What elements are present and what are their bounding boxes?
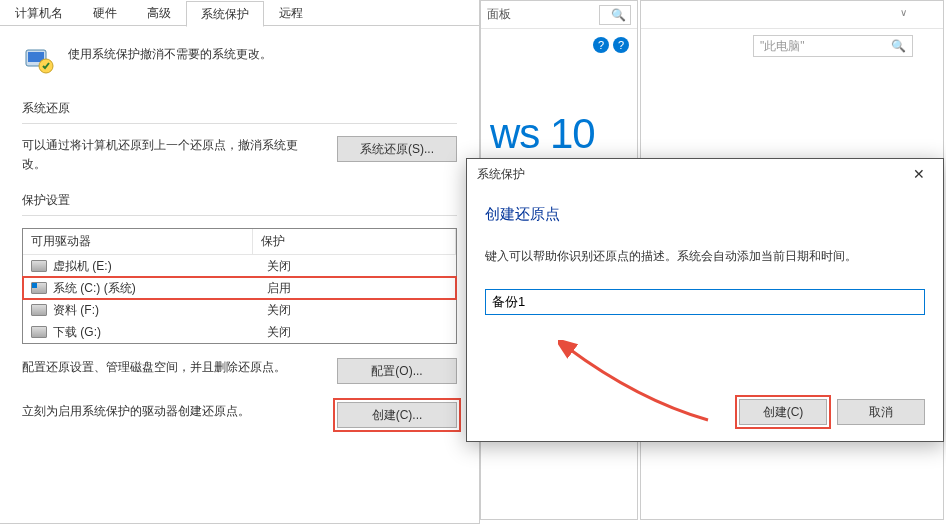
system-restore-button[interactable]: 系统还原(S)... — [337, 136, 457, 162]
tab-strip: 计算机名 硬件 高级 系统保护 远程 — [0, 0, 479, 26]
system-restore-section: 系统还原 可以通过将计算机还原到上一个还原点，撤消系统更改。 系统还原(S)..… — [22, 100, 457, 174]
drive-status: 启用 — [267, 280, 291, 297]
title-fragment: 面板 — [487, 6, 511, 23]
protection-settings-section: 保护设置 可用驱动器 保护 虚拟机 (E:) 关闭 系统 (C:) (系统) 启… — [22, 192, 457, 428]
dialog-title: 系统保护 — [477, 166, 525, 183]
create-restore-point-button[interactable]: 创建(C)... — [337, 402, 457, 428]
system-protection-icon — [22, 44, 54, 76]
create-button[interactable]: 创建(C) — [739, 399, 827, 425]
search-icon: 🔍 — [611, 8, 626, 22]
section-title: 系统还原 — [22, 100, 457, 117]
drive-row[interactable]: 下载 (G:) 关闭 — [23, 321, 456, 343]
drive-status: 关闭 — [267, 258, 291, 275]
windows-10-logo-fragment: ws 10 — [490, 110, 595, 158]
drive-row[interactable]: 系统 (C:) (系统) 启用 — [23, 277, 456, 299]
dialog-description: 键入可以帮助你识别还原点的描述。系统会自动添加当前日期和时间。 — [485, 248, 925, 265]
tab-computer-name[interactable]: 计算机名 — [0, 0, 78, 26]
close-button[interactable]: ✕ — [905, 164, 933, 184]
drive-icon — [31, 326, 47, 338]
help-icons: ? ? — [593, 37, 629, 53]
system-properties-dialog: 计算机名 硬件 高级 系统保护 远程 使用系统保护撤消不需要的系统更改。 系统还… — [0, 0, 480, 524]
restore-description: 可以通过将计算机还原到上一个还原点，撤消系统更改。 — [22, 136, 317, 174]
intro-text: 使用系统保护撤消不需要的系统更改。 — [68, 44, 272, 63]
create-restore-point-dialog: 系统保护 ✕ 创建还原点 键入可以帮助你识别还原点的描述。系统会自动添加当前日期… — [466, 158, 944, 442]
drive-row[interactable]: 虚拟机 (E:) 关闭 — [23, 255, 456, 277]
column-drive[interactable]: 可用驱动器 — [23, 229, 253, 254]
chevron-down-icon[interactable]: ∨ — [900, 7, 907, 18]
tab-system-protection[interactable]: 系统保护 — [186, 1, 264, 27]
help-icon[interactable]: ? — [613, 37, 629, 53]
drive-status: 关闭 — [267, 324, 291, 341]
drive-icon — [31, 304, 47, 316]
help-icon[interactable]: ? — [593, 37, 609, 53]
section-title: 保护设置 — [22, 192, 457, 209]
configure-description: 配置还原设置、管理磁盘空间，并且删除还原点。 — [22, 358, 317, 377]
drive-icon — [31, 282, 47, 294]
drive-status: 关闭 — [267, 302, 291, 319]
drive-name: 资料 (F:) — [53, 302, 267, 319]
search-placeholder: "此电脑" — [760, 38, 805, 55]
search-box[interactable]: 🔍 — [599, 5, 631, 25]
column-protection[interactable]: 保护 — [253, 229, 456, 254]
drive-name: 系统 (C:) (系统) — [53, 280, 267, 297]
tab-hardware[interactable]: 硬件 — [78, 0, 132, 26]
tab-advanced[interactable]: 高级 — [132, 0, 186, 26]
create-description: 立刻为启用系统保护的驱动器创建还原点。 — [22, 402, 317, 421]
drive-list[interactable]: 可用驱动器 保护 虚拟机 (E:) 关闭 系统 (C:) (系统) 启用 资料 … — [22, 228, 457, 344]
search-icon: 🔍 — [891, 39, 906, 53]
tab-remote[interactable]: 远程 — [264, 0, 318, 26]
drive-row[interactable]: 资料 (F:) 关闭 — [23, 299, 456, 321]
cancel-button[interactable]: 取消 — [837, 399, 925, 425]
dialog-heading: 创建还原点 — [485, 205, 925, 224]
restore-point-name-input[interactable] — [485, 289, 925, 315]
configure-button[interactable]: 配置(O)... — [337, 358, 457, 384]
drive-name: 下载 (G:) — [53, 324, 267, 341]
drive-name: 虚拟机 (E:) — [53, 258, 267, 275]
explorer-search-box[interactable]: "此电脑" 🔍 — [753, 35, 913, 57]
drive-icon — [31, 260, 47, 272]
